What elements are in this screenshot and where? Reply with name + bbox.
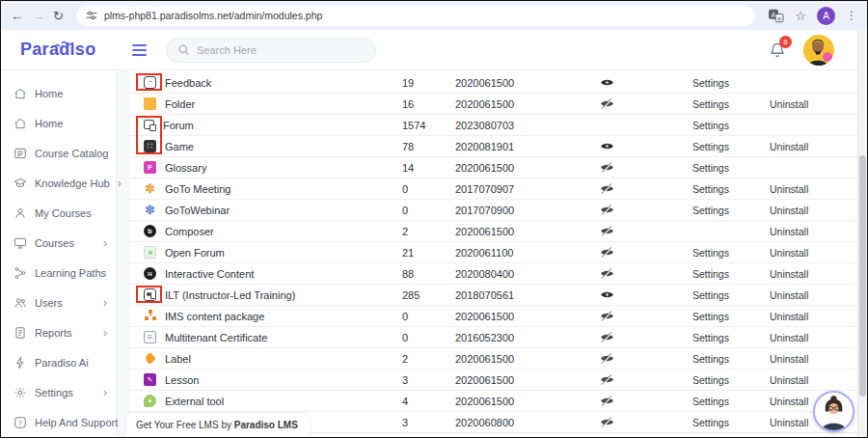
translate-icon[interactable]: Aa [768, 9, 784, 23]
module-name: Glossary [165, 162, 206, 174]
paradiso-logo[interactable]: Paradiso [20, 40, 121, 60]
module-version: 2020061500 [455, 77, 600, 89]
sidebar-item-label: Knowledge Hub [35, 178, 110, 189]
module-settings-link[interactable]: Settings [692, 141, 770, 152]
table-row: GoToWebinar02017070900SettingsUninstall [130, 200, 857, 221]
module-settings-link[interactable]: Settings [692, 120, 770, 131]
module-settings-link[interactable]: Settings [692, 205, 770, 216]
table-row: IMS content package02020061500SettingsUn… [130, 306, 857, 327]
eye-icon[interactable] [600, 141, 692, 151]
module-uninstall-link[interactable]: Uninstall [770, 289, 857, 301]
eye-icon[interactable] [600, 77, 692, 88]
module-settings-link[interactable]: Settings [692, 332, 770, 343]
eye-slash-icon[interactable] [600, 183, 692, 194]
menu-toggle-icon[interactable] [132, 44, 147, 56]
eye-slash-icon[interactable] [600, 332, 692, 342]
module-uninstall-link[interactable]: Uninstall [770, 183, 857, 195]
module-count: 2 [402, 226, 455, 237]
sidebar-item-home[interactable]: Home [1, 78, 116, 108]
table-row: Lesson32020061500SettingsUninstall [130, 370, 857, 391]
eye-slash-icon[interactable] [600, 162, 692, 173]
browser-profile-avatar[interactable]: A [817, 7, 835, 25]
sidebar-item-settings[interactable]: Settings› [1, 377, 116, 407]
module-uninstall-link[interactable]: Uninstall [770, 247, 857, 259]
eye-slash-icon[interactable] [600, 353, 692, 364]
module-settings-link[interactable]: Settings [692, 396, 770, 407]
display-icon [14, 236, 27, 250]
module-settings-link[interactable]: Settings [692, 77, 770, 89]
module-uninstall-link[interactable]: Uninstall [770, 98, 857, 110]
module-settings-link[interactable]: Settings [692, 268, 770, 280]
table-row: Open Forum212020061100SettingsUninstall [130, 242, 857, 263]
promo-brand-link[interactable]: Paradiso LMS [234, 420, 298, 430]
sidebar-item-knowledge-hub[interactable]: Knowledge Hub› [1, 168, 116, 198]
module-count: 0 [402, 205, 455, 216]
eye-icon[interactable] [600, 289, 692, 300]
module-name: Folder [165, 98, 195, 110]
eye-slash-icon[interactable] [600, 311, 692, 321]
table-row: Composer22020061500Uninstall [130, 221, 857, 242]
eye-slash-icon[interactable] [600, 226, 692, 236]
module-uninstall-link[interactable]: Uninstall [770, 268, 857, 280]
module-settings-link[interactable]: Settings [692, 98, 770, 110]
module-settings-link[interactable]: Settings [692, 183, 770, 195]
module-uninstall-link[interactable]: Uninstall [770, 332, 857, 343]
url-bar[interactable]: plms-php81.paradisolms.net/admin/modules… [76, 6, 755, 26]
interactive-content-icon [144, 267, 156, 280]
module-settings-link[interactable]: Settings [692, 162, 770, 174]
sidebar-item-paradiso-ai[interactable]: Paradiso Ai [1, 347, 116, 377]
search-bar[interactable] [166, 38, 376, 63]
gotomeeting-icon [144, 182, 156, 195]
eye-slash-icon[interactable] [600, 98, 692, 109]
module-settings-link[interactable]: Settings [692, 374, 770, 386]
sidebar-item-course-catalog[interactable]: Course Catalog [1, 138, 116, 168]
refresh-icon[interactable]: ↻ [53, 10, 64, 22]
sidebar-item-help-and-support[interactable]: ?Help And Support› [1, 407, 116, 437]
page-scrollbar[interactable] [857, 30, 867, 437]
eye-slash-icon[interactable] [600, 417, 692, 427]
forward-icon[interactable]: → [32, 10, 44, 22]
browser-menu-icon[interactable]: ⋮ [846, 9, 857, 22]
sidebar-item-reports[interactable]: Reports› [1, 317, 116, 347]
module-uninstall-link[interactable]: Uninstall [770, 311, 857, 322]
module-version: 2020061500 [455, 226, 600, 237]
module-uninstall-link[interactable]: Uninstall [770, 374, 857, 386]
module-settings-link[interactable]: Settings [692, 417, 770, 428]
home-icon [14, 117, 27, 130]
sidebar-item-home[interactable]: Home [1, 108, 116, 138]
module-name: Game [165, 141, 194, 152]
sidebar-item-courses[interactable]: Courses› [1, 228, 116, 258]
module-name: GoToWebinar [165, 205, 230, 216]
module-uninstall-link[interactable]: Uninstall [770, 353, 857, 365]
module-settings-link[interactable]: Settings [692, 353, 770, 365]
table-row: Multitenant Certificate02016052300Settin… [130, 327, 857, 348]
module-settings-link[interactable]: Settings [692, 289, 770, 301]
notifications-button[interactable]: 6 [769, 41, 786, 59]
sidebar-item-my-courses[interactable]: My Courses [1, 198, 116, 228]
back-icon[interactable]: ← [11, 10, 23, 22]
eye-slash-icon[interactable] [600, 268, 692, 279]
module-settings-link[interactable]: Settings [692, 311, 770, 322]
scrollbar-thumb[interactable] [859, 155, 866, 397]
openforum-icon [144, 246, 156, 259]
module-uninstall-link[interactable]: Uninstall [770, 226, 857, 237]
site-info-icon[interactable] [86, 10, 97, 21]
sidebar-item-users[interactable]: Users› [1, 287, 116, 317]
eye-slash-icon[interactable] [600, 247, 692, 258]
eye-slash-icon[interactable] [600, 396, 692, 406]
module-uninstall-link[interactable]: Uninstall [770, 141, 857, 152]
user-avatar[interactable] [803, 35, 834, 66]
module-name: Feedback [165, 77, 211, 89]
bookmark-star-icon[interactable]: ☆ [795, 9, 806, 23]
sidebar-item-label: Courses [35, 237, 74, 249]
search-input[interactable] [197, 44, 351, 56]
module-uninstall-link[interactable]: Uninstall [770, 205, 857, 216]
table-row: External tool42020061500SettingsUninstal… [130, 391, 857, 412]
sidebar-item-learning-paths[interactable]: Learning Paths [1, 258, 116, 287]
module-count: 285 [402, 289, 455, 301]
eye-slash-icon[interactable] [600, 205, 692, 215]
eye-slash-icon[interactable] [600, 374, 692, 385]
module-count: 3 [402, 417, 455, 428]
module-settings-link[interactable]: Settings [692, 247, 770, 259]
chat-assistant-avatar[interactable] [813, 391, 854, 432]
